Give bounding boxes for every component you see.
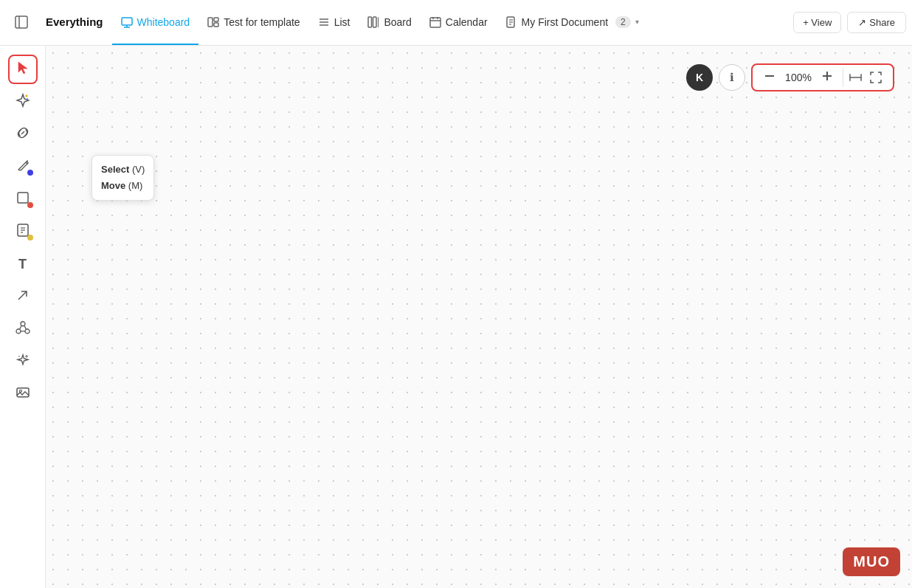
text-icon: T (18, 257, 27, 272)
zoom-plus-icon (821, 70, 833, 86)
tooltip-move-shortcut: (M) (128, 180, 143, 191)
zoom-out-button[interactable] (760, 68, 779, 87)
svg-rect-0 (15, 16, 27, 28)
select-tool-button[interactable] (8, 55, 38, 84)
test-template-label: Test for template (224, 16, 300, 28)
canvas-avatar[interactable]: K (686, 64, 713, 91)
svg-point-33 (16, 329, 21, 333)
tooltip-move-line: Move (M) (101, 178, 145, 194)
whiteboard-icon (121, 16, 133, 28)
link-icon (15, 125, 30, 144)
board-label: Board (384, 16, 411, 28)
ai-icon (15, 353, 30, 371)
diagram-tool-button[interactable] (8, 314, 38, 344)
document-icon (505, 16, 517, 28)
sidebar-toggle[interactable] (6, 0, 37, 45)
svg-rect-12 (373, 17, 377, 27)
arrow-tool-button[interactable] (8, 282, 38, 311)
board-icon (367, 16, 379, 28)
magic-tool-button[interactable] (8, 87, 38, 117)
svg-line-31 (18, 291, 27, 300)
svg-rect-40 (17, 388, 29, 397)
share-icon: ↗ (858, 17, 866, 28)
info-icon: ℹ (730, 71, 734, 84)
magic-icon (15, 93, 30, 111)
left-toolbar: T (0, 46, 46, 588)
canvas-toolbar: K ℹ 100% (686, 63, 894, 91)
zoom-expand-button[interactable] (866, 68, 885, 87)
zoom-value: 100% (784, 72, 813, 83)
select-icon (15, 60, 30, 79)
svg-rect-7 (214, 23, 218, 27)
zoom-in-button[interactable] (818, 68, 837, 87)
top-nav: Everything Whiteboard Test for template (0, 0, 912, 46)
svg-rect-11 (368, 17, 372, 27)
select-tooltip: Select (V) Move (M) (91, 155, 154, 201)
image-tool-button[interactable] (8, 379, 38, 409)
sidebar-icon (15, 15, 28, 29)
share-label: Share (869, 17, 895, 28)
nav-everything[interactable]: Everything (37, 0, 112, 45)
my-first-doc-label: My First Document (522, 16, 608, 28)
calendar-icon (429, 16, 441, 28)
share-button[interactable]: ↗ Share (847, 12, 906, 33)
nav-list[interactable]: List (309, 0, 359, 45)
zoom-controls: 100% (751, 63, 894, 91)
svg-point-32 (21, 322, 25, 326)
svg-rect-6 (214, 18, 218, 21)
zoom-fit-button[interactable] (843, 68, 862, 87)
everything-label: Everything (46, 15, 103, 28)
tooltip-move-label: Move (101, 180, 125, 191)
doc-chevron-icon: ▾ (635, 18, 639, 26)
shape-tool-button[interactable] (8, 184, 38, 214)
nav-board[interactable]: Board (359, 0, 420, 45)
svg-rect-14 (430, 18, 441, 27)
watermark-text: MUO (853, 553, 890, 570)
view-label: + View (803, 17, 832, 28)
nav-whiteboard[interactable]: Whiteboard (112, 0, 199, 45)
arrow-icon (15, 288, 30, 306)
note-tool-button[interactable] (8, 217, 38, 246)
svg-rect-13 (378, 17, 379, 27)
link-tool-button[interactable] (8, 120, 38, 149)
svg-point-23 (25, 94, 27, 97)
svg-point-24 (27, 98, 28, 100)
doc-badge: 2 (615, 16, 631, 28)
ai-tool-button[interactable] (8, 347, 38, 376)
nav-calendar[interactable]: Calendar (421, 0, 497, 45)
main-layout: T (0, 46, 912, 588)
svg-line-25 (26, 162, 27, 164)
watermark: MUO (843, 547, 900, 576)
diagram-icon (15, 320, 30, 339)
nav-test-template[interactable]: Test for template (198, 0, 309, 45)
nav-right-actions: + View ↗ Share (793, 12, 906, 33)
svg-point-34 (25, 329, 30, 333)
canvas-info-button[interactable]: ℹ (719, 64, 745, 91)
text-tool-button[interactable]: T (8, 249, 38, 279)
pen-dot (27, 170, 33, 176)
svg-point-38 (25, 355, 27, 356)
list-icon (318, 16, 330, 28)
svg-marker-22 (18, 62, 27, 74)
zoom-minus-icon (764, 70, 775, 86)
avatar-letter: K (696, 72, 703, 83)
template-icon (207, 16, 219, 28)
svg-point-39 (18, 356, 20, 357)
calendar-label: Calendar (446, 16, 488, 28)
image-icon (15, 385, 30, 404)
nav-my-first-doc[interactable]: My First Document 2 ▾ (497, 0, 648, 45)
tooltip-select-line: Select (V) (101, 162, 145, 178)
svg-line-36 (24, 325, 27, 329)
svg-line-35 (19, 325, 21, 329)
canvas-area[interactable]: Select (V) Move (M) K ℹ 100 (46, 46, 912, 588)
canvas-background (46, 46, 912, 588)
tooltip-select-label: Select (101, 164, 129, 175)
svg-point-41 (19, 390, 21, 392)
list-label: List (334, 16, 350, 28)
view-button[interactable]: + View (793, 12, 841, 33)
svg-rect-2 (122, 18, 132, 25)
pen-tool-button[interactable] (8, 152, 38, 181)
tooltip-select-shortcut: (V) (132, 164, 145, 175)
note-dot (27, 235, 33, 241)
svg-rect-5 (208, 18, 213, 27)
